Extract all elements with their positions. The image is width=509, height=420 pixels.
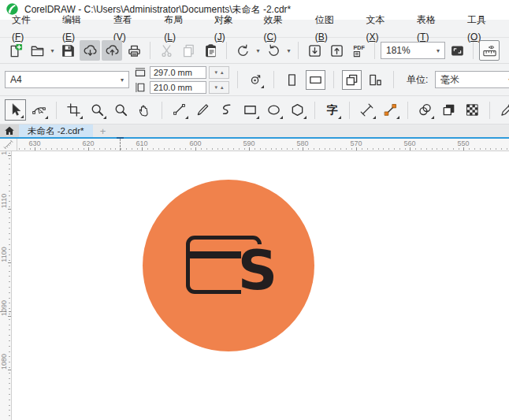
page-width-spinner[interactable]: ▾▴	[209, 66, 229, 79]
flyout-indicator	[20, 115, 24, 118]
home-button[interactable]	[0, 125, 19, 137]
cut-button[interactable]	[156, 40, 176, 61]
ruler-label: 1090	[0, 296, 8, 320]
rectangle-tool[interactable]	[240, 99, 261, 121]
connector-tool[interactable]	[380, 99, 401, 121]
zoom-level-combo[interactable]: 181%▾	[381, 42, 445, 59]
page-width-field[interactable]: 297.0 mm	[150, 66, 206, 79]
text-icon: 字	[327, 103, 338, 117]
ruler-label: 620	[82, 139, 94, 147]
ellipse-tool[interactable]	[263, 99, 284, 121]
livesketch-tool[interactable]	[216, 99, 237, 121]
zoom-single-tool[interactable]	[110, 99, 132, 121]
export-button[interactable]	[326, 40, 347, 61]
toolbar-separator	[150, 42, 150, 59]
cloud-download-button[interactable]	[80, 40, 100, 61]
all-pages-button[interactable]	[342, 70, 362, 90]
ruler-origin-button[interactable]	[0, 139, 17, 151]
dimension-tool[interactable]	[356, 99, 377, 121]
ruler-major-tick	[249, 147, 250, 151]
ruler-minor-tick	[453, 148, 454, 150]
ruler-minor-tick	[9, 319, 10, 320]
document-tab[interactable]: 未命名 -2.cdr*	[19, 125, 93, 137]
dropdown-caret-icon[interactable]: ▾	[49, 47, 56, 54]
shape-tool[interactable]	[28, 99, 50, 121]
ruler-major-tick	[8, 370, 11, 370]
orange-circle-object[interactable]: S	[143, 180, 314, 351]
ruler-minor-tick	[9, 298, 10, 299]
undo-button[interactable]	[232, 40, 253, 61]
ruler-major-tick	[8, 316, 11, 317]
eyedropper-tool[interactable]	[496, 99, 509, 121]
freehand-tool[interactable]	[169, 99, 190, 121]
ruler-minor-tick	[9, 276, 10, 277]
ruler-major-tick	[410, 147, 411, 151]
cloud-upload-button[interactable]	[102, 40, 122, 61]
dropdown-caret-icon[interactable]: ▾	[254, 47, 262, 54]
horizontal-ruler[interactable]: 630620610600590580570560550	[17, 139, 509, 151]
ruler-label: 630	[28, 139, 40, 147]
flyout-indicator	[256, 116, 259, 119]
import-button[interactable]	[304, 40, 325, 61]
ruler-minor-tick	[490, 148, 491, 150]
print-button[interactable]	[124, 40, 144, 61]
ruler-minor-tick	[9, 233, 10, 234]
ruler-minor-tick	[40, 148, 41, 150]
chevron-down-icon[interactable]: ▾	[503, 76, 509, 84]
fullscreen-preview-button[interactable]	[447, 40, 467, 61]
ruler-minor-tick	[244, 148, 245, 150]
open-button[interactable]	[27, 40, 47, 61]
portrait-button[interactable]	[282, 70, 302, 90]
polygon-tool[interactable]	[287, 99, 308, 121]
zoom-single-icon	[113, 102, 128, 117]
ruler-label: 590	[243, 139, 254, 147]
ruler-minor-tick	[9, 222, 10, 223]
drop-shadow-tool[interactable]	[438, 99, 459, 121]
page-size-combo[interactable]: A4 ▾	[5, 71, 129, 88]
ruler-minor-tick	[9, 367, 10, 368]
ruler-minor-tick	[469, 148, 470, 150]
ruler-minor-tick	[110, 148, 111, 150]
page-height-spinner[interactable]: ▾▴	[209, 81, 229, 94]
ruler-minor-tick	[185, 148, 186, 150]
ruler-major-tick	[8, 262, 11, 263]
autofit-page-button[interactable]	[246, 70, 266, 90]
new-tab-button[interactable]: +	[93, 125, 113, 137]
dropdown-caret-icon[interactable]: ▾	[285, 47, 292, 54]
publish-pdf-button[interactable]: PDF	[348, 40, 369, 61]
vertical-ruler[interactable]: 11201110110010901080	[0, 151, 12, 420]
copy-icon	[181, 43, 196, 58]
text-tool[interactable]: 字	[321, 99, 343, 121]
drawing-canvas[interactable]: S	[12, 151, 509, 420]
contour-tool[interactable]	[414, 99, 436, 121]
ruler-minor-tick	[415, 148, 416, 150]
show-rulers-button[interactable]	[479, 40, 500, 61]
chevron-down-icon[interactable]: ▾	[116, 76, 128, 84]
ruler-minor-tick	[287, 148, 288, 150]
chevron-down-icon[interactable]: ▾	[432, 47, 444, 54]
ruler-minor-tick	[206, 148, 207, 150]
page-height-field[interactable]: 210.0 mm	[150, 81, 206, 94]
crop-tool[interactable]	[63, 99, 84, 121]
zoom-tool[interactable]	[87, 99, 108, 121]
ruler-minor-tick	[9, 153, 10, 154]
artistic-media-tool[interactable]	[192, 99, 214, 121]
print-icon	[127, 43, 142, 58]
save-button[interactable]	[58, 40, 78, 61]
ruler-minor-tick	[84, 148, 84, 150]
pick-tool[interactable]	[5, 99, 26, 121]
new-document-button[interactable]	[5, 40, 25, 61]
transparency-tool[interactable]	[462, 99, 483, 121]
ruler-label: 1120	[0, 151, 8, 159]
pan-tool[interactable]	[134, 99, 155, 121]
landscape-button[interactable]	[306, 70, 325, 90]
current-page-button[interactable]	[366, 70, 385, 90]
ruler-minor-tick	[121, 148, 121, 150]
units-combo[interactable]: 毫米 ▾	[435, 71, 509, 88]
cloud-upload-icon	[105, 43, 120, 58]
paste-button[interactable]	[200, 40, 221, 61]
ruler-minor-tick	[448, 148, 448, 150]
ruler-minor-tick	[254, 148, 255, 150]
redo-button[interactable]	[263, 40, 284, 61]
copy-button[interactable]	[178, 40, 199, 61]
